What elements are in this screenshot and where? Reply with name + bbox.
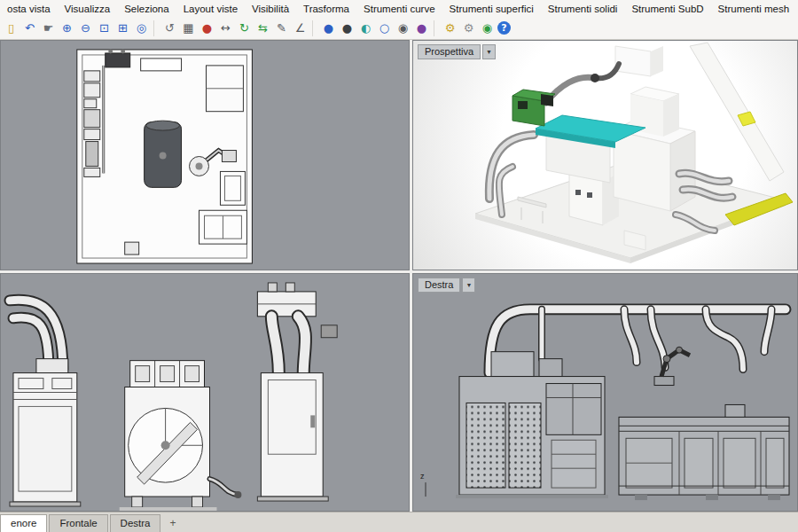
menu-strumenti-curve[interactable]: Strumenti curve bbox=[356, 2, 442, 16]
viewport-menu-arrow-icon[interactable]: ▼ bbox=[462, 278, 475, 293]
toolbar-separator bbox=[434, 20, 438, 36]
menubar: osta vista Visualizza Seleziona Layout v… bbox=[0, 0, 798, 17]
menu-seleziona[interactable]: Seleziona bbox=[117, 2, 176, 16]
angle-dimension-icon[interactable]: ∠ bbox=[292, 20, 309, 36]
undo-icon[interactable]: ↶ bbox=[21, 20, 38, 36]
layers-grid-icon[interactable]: ▦ bbox=[180, 20, 197, 36]
new-viewport-tab-button[interactable]: + bbox=[162, 514, 183, 532]
toolbar-separator bbox=[312, 20, 317, 36]
mirror-icon[interactable]: ⇆ bbox=[254, 20, 271, 36]
viewport-label-right: Destra ▼ bbox=[418, 278, 475, 293]
undo-view-icon[interactable]: ↺ bbox=[161, 20, 178, 36]
menu-layout-viste[interactable]: Layout viste bbox=[176, 2, 245, 16]
xray-sphere-icon[interactable]: ◉ bbox=[395, 20, 411, 36]
viewport-perspective[interactable]: Prospettiva ▼ bbox=[412, 40, 798, 270]
pen-icon[interactable]: ✎ bbox=[273, 20, 290, 36]
toolbar-separator bbox=[153, 20, 158, 36]
viewport-area: Prospettiva ▼ bbox=[0, 40, 798, 512]
toolbar: ▯ ↶ ☛ ⊕ ⊖ ⊡ ⊞ ◎ ↺ ▦ ● ↔ ↻ ⇆ ✎ ∠ ● ● ◐ ○ … bbox=[0, 17, 798, 40]
front-view-drawing bbox=[1, 274, 409, 511]
zoom-selected-icon[interactable]: ◎ bbox=[133, 20, 150, 36]
zoom-window-icon[interactable]: ⊡ bbox=[96, 20, 113, 36]
viewport-top-plan[interactable] bbox=[0, 40, 410, 270]
menu-strumenti-mesh[interactable]: Strumenti mesh bbox=[711, 2, 797, 16]
shaded-display-icon[interactable]: ● bbox=[199, 20, 215, 36]
rotate-icon[interactable]: ↻ bbox=[236, 20, 253, 36]
tab-destra[interactable]: Destra bbox=[110, 514, 161, 532]
pan-hand-icon[interactable]: ☛ bbox=[40, 20, 57, 36]
plan-view-drawing bbox=[1, 41, 409, 270]
ghosted-sphere-icon[interactable]: ◐ bbox=[357, 20, 374, 36]
menu-visibilita[interactable]: Visibilità bbox=[245, 2, 296, 16]
shaded-sphere-icon[interactable]: ● bbox=[320, 20, 337, 36]
menu-strumenti-subd[interactable]: Strumenti SubD bbox=[624, 2, 710, 16]
help-icon[interactable]: ? bbox=[497, 21, 511, 35]
globe-icon[interactable]: ◉ bbox=[479, 20, 496, 36]
viewport-tabbar: enore Frontale Destra + bbox=[0, 512, 798, 532]
z-axis-label: z bbox=[420, 472, 425, 481]
tab-superiore[interactable]: enore bbox=[0, 514, 47, 532]
right-view-drawing: z bbox=[413, 274, 797, 511]
tab-frontale[interactable]: Frontale bbox=[49, 514, 107, 532]
perspective-render-drawing bbox=[413, 41, 797, 270]
viewport-title-right[interactable]: Destra bbox=[418, 278, 460, 293]
move-icon[interactable]: ↔ bbox=[217, 20, 234, 36]
gear-pencil-icon[interactable]: ⚙ bbox=[460, 20, 477, 36]
menu-visualizza[interactable]: Visualizza bbox=[58, 2, 118, 16]
viewport-menu-arrow-icon[interactable]: ▼ bbox=[482, 44, 496, 59]
material-sphere-icon[interactable]: ● bbox=[413, 20, 430, 36]
menu-set-view[interactable]: osta vista bbox=[0, 2, 58, 16]
zoom-in-icon[interactable]: ⊕ bbox=[59, 20, 75, 36]
viewport-front[interactable] bbox=[0, 273, 410, 512]
menu-strumenti-solidi[interactable]: Strumenti solidi bbox=[541, 2, 625, 16]
viewport-label-perspective: Prospettiva ▼ bbox=[418, 44, 496, 59]
viewport-right[interactable]: Destra ▼ bbox=[412, 273, 798, 512]
viewport-title-perspective[interactable]: Prospettiva bbox=[418, 44, 481, 59]
rendered-sphere-icon[interactable]: ● bbox=[339, 20, 356, 36]
wireframe-sphere-icon[interactable]: ○ bbox=[376, 20, 393, 36]
menu-trasforma[interactable]: Trasforma bbox=[296, 2, 356, 16]
zoom-extents-icon[interactable]: ⊞ bbox=[114, 20, 131, 36]
zoom-out-icon[interactable]: ⊖ bbox=[77, 20, 94, 36]
new-document-icon[interactable]: ▯ bbox=[3, 20, 20, 36]
gear-icon[interactable]: ⚙ bbox=[442, 20, 458, 36]
menu-strumenti-superfici[interactable]: Strumenti superfici bbox=[442, 2, 541, 16]
